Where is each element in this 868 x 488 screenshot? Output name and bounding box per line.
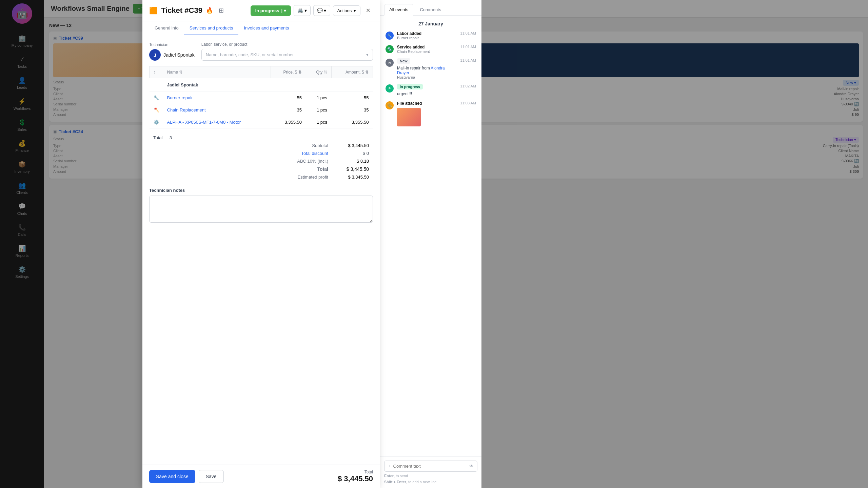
product-field: Labor, service, or product Name, barcode… (201, 42, 373, 61)
row-amount: 3,355.50 (331, 116, 373, 128)
comment-hint-enter: Enter, to send (384, 474, 477, 478)
modal-overlay: 🟧 Ticket #C39 🔥 ⊞ In progress | ▾ 🖨️ ▾ 💬… (0, 0, 868, 488)
items-table: ↕ Name ⇅ Price, $ ⇅ Qty ⇅ Amoun (149, 66, 373, 128)
row-qty: 1 pcs (306, 104, 331, 116)
tab-all-events[interactable]: All events (384, 4, 413, 16)
row-name: Burner repair (163, 92, 271, 104)
technician-notes-input[interactable] (149, 196, 373, 223)
row-price: 55 (271, 92, 306, 104)
modal-footer: Save and close Save Total $ 3,445.50 (142, 465, 380, 488)
actions-button[interactable]: Actions ▾ (333, 5, 361, 16)
technician-label: Technician (149, 42, 195, 47)
group-header-row: Jadiel Spontak (150, 78, 373, 92)
field-row: Technician J Jadiel Spontak Labor, servi… (149, 42, 373, 61)
col-price-header: Price, $ ⇅ (271, 66, 306, 78)
event-content: New Mail-in repair from Alondra Drayer H… (397, 58, 457, 79)
notes-section: Technician notes (149, 188, 373, 224)
comment-hint-shift: Shift + Enter, to add a new line (384, 480, 477, 484)
qr-icon[interactable]: ⊞ (219, 7, 224, 14)
footer-actions: Save and close Save (149, 470, 224, 483)
status-button[interactable]: In progress | ▾ (251, 5, 291, 16)
row-amount: 35 (331, 104, 373, 116)
row-price: 3,355.50 (271, 116, 306, 128)
row-icon: 🔧 (150, 92, 163, 104)
event-item: 📎 File attached 11:03 AM (386, 101, 476, 126)
ticket-icon: 🟧 (149, 6, 158, 15)
ticket-modal: 🟧 Ticket #C39 🔥 ⊞ In progress | ▾ 🖨️ ▾ 💬… (142, 0, 380, 488)
event-dot: 🔧 (386, 32, 394, 40)
modal-header: 🟧 Ticket #C39 🔥 ⊞ In progress | ▾ 🖨️ ▾ 💬… (142, 0, 380, 21)
tech-avatar: J (149, 49, 161, 61)
total-row: Total $ 3,445.50 (149, 165, 373, 173)
comment-input[interactable] (393, 464, 467, 469)
close-button[interactable]: × (363, 5, 373, 16)
technician-name: Jadiel Spontak (163, 52, 195, 58)
right-panel-tabs: All events Comments (380, 0, 481, 16)
discount-row: Total discount $ 0 (149, 149, 373, 157)
item-link[interactable]: Chain Replacement (167, 107, 206, 113)
save-and-close-button[interactable]: Save and close (149, 470, 195, 483)
technician-display: J Jadiel Spontak (149, 49, 195, 61)
event-content: In progress urgent!!! (397, 84, 457, 96)
comment-input-row: + 👁 (384, 461, 477, 472)
modal-title: Ticket #C39 (161, 6, 202, 15)
right-panel: All events Comments 27 January 🔧 Labor a… (380, 0, 481, 488)
save-button[interactable]: Save (199, 470, 224, 483)
profit-row: Estimated profit $ 3,345.50 (149, 173, 373, 181)
date-header: 27 January (386, 21, 476, 26)
item-link[interactable]: ALPHA - XP050S-MF1-7-0M0 - Motor (167, 120, 241, 125)
tax-row: ABC 10% (incl.) $ 8.18 (149, 157, 373, 165)
comment-button[interactable]: 💬 ▾ (313, 5, 330, 16)
event-dot: N (386, 59, 394, 67)
modal-body: Technician J Jadiel Spontak Labor, servi… (142, 35, 380, 465)
modal-actions-row: In progress | ▾ 🖨️ ▾ 💬 ▾ Actions ▾ × (251, 5, 373, 16)
row-icon: ⚙️ (150, 116, 163, 128)
tab-services-products[interactable]: Services and products (184, 21, 239, 35)
col-qty-header: Qty ⇅ (306, 66, 331, 78)
event-item: P In progress urgent!!! 11:02 AM (386, 84, 476, 96)
notes-label: Technician notes (149, 188, 373, 193)
chevron-down-icon: ▾ (354, 8, 356, 13)
row-price: 35 (271, 104, 306, 116)
modal-container: 🟧 Ticket #C39 🔥 ⊞ In progress | ▾ 🖨️ ▾ 💬… (0, 0, 868, 488)
event-content: Service added Chain Replacement (397, 45, 457, 54)
right-panel-body: 27 January 🔧 Labor added Burner repair 1… (380, 16, 481, 456)
row-name: Chain Replacement (163, 104, 271, 116)
event-item: N New Mail-in repair from Alondra Drayer… (386, 58, 476, 79)
col-sort: ↕ (150, 66, 163, 78)
chevron-icon: | ▾ (281, 8, 286, 13)
row-qty: 1 pcs (306, 116, 331, 128)
attached-image[interactable] (397, 108, 421, 126)
table-row: ⚙️ ALPHA - XP050S-MF1-7-0M0 - Motor 3,35… (150, 116, 373, 128)
print-button[interactable]: 🖨️ ▾ (294, 5, 311, 16)
technician-field: Technician J Jadiel Spontak (149, 42, 195, 61)
event-dot: P (386, 84, 394, 93)
tab-comments[interactable]: Comments (415, 4, 446, 15)
modal-title-row: 🟧 Ticket #C39 🔥 ⊞ (149, 6, 224, 15)
row-qty: 1 pcs (306, 92, 331, 104)
comment-area: + 👁 Enter, to send Shift + Enter, to add… (380, 456, 481, 488)
subtotal-row: Subtotal $ 3,445.50 (149, 142, 373, 149)
totals-section: Total — 3 Subtotal $ 3,445.50 Total disc… (149, 132, 373, 181)
eye-icon: 👁 (469, 464, 474, 469)
product-field-label: Labor, service, or product (201, 42, 373, 47)
event-content: Labor added Burner repair (397, 31, 457, 40)
modal-spacer (0, 0, 142, 488)
event-item: 🔧 Labor added Burner repair 11:01 AM (386, 31, 476, 40)
event-dot: 🔩 (386, 45, 394, 53)
row-name: ALPHA - XP050S-MF1-7-0M0 - Motor (163, 116, 271, 128)
product-search-input[interactable]: Name, barcode, code, SKU, or serial numb… (201, 49, 373, 61)
col-name-header: Name ⇅ (163, 66, 271, 78)
row-amount: 55 (331, 92, 373, 104)
tab-invoices-payments[interactable]: Invoices and payments (238, 21, 294, 35)
table-row: 🔧 Burner repair 55 1 pcs 55 (150, 92, 373, 104)
dropdown-icon: ▾ (366, 52, 369, 57)
modal-tabs: General info Services and products Invoi… (142, 21, 380, 35)
tab-general-info[interactable]: General info (149, 21, 184, 35)
col-amount-header: Amount, $ ⇅ (331, 66, 373, 78)
event-content: File attached (397, 101, 457, 126)
item-link[interactable]: Burner repair (167, 95, 193, 100)
fire-icon: 🔥 (206, 7, 213, 14)
event-item: 🔩 Service added Chain Replacement 11:01 … (386, 45, 476, 54)
event-dot: 📎 (386, 101, 394, 109)
